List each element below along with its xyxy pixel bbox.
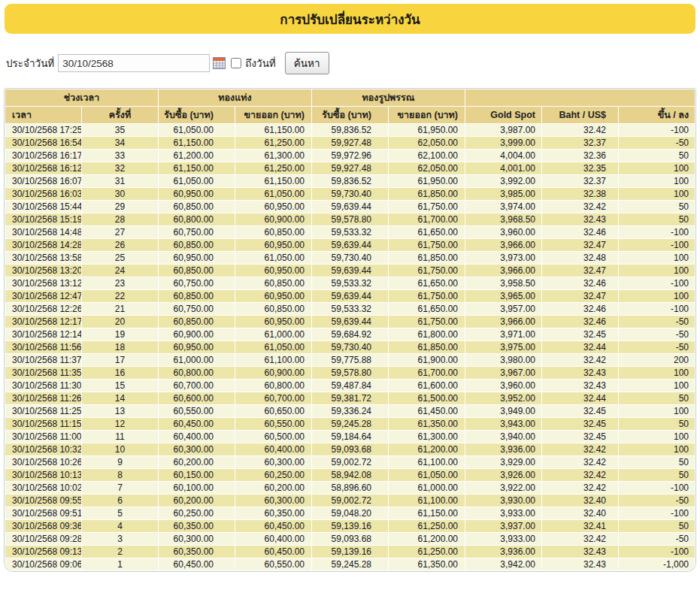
bar-buy-cell: 60,800.00 [159,367,235,380]
column-header-0: เวลา [5,107,82,124]
bar-sell-cell: 61,300.00 [235,150,312,162]
seq-cell: 33 [82,150,159,162]
ornament-buy-cell: 59,002.72 [312,456,389,469]
search-button[interactable]: ค้นหา [285,52,329,74]
ornament-buy-cell: 59,381.72 [312,392,389,405]
bar-buy-cell: 60,200.00 [159,495,235,507]
bar-buy-cell: 60,400.00 [159,431,235,443]
table-row: 30/10/2568 17:253561,050.0061,150.0059,8… [5,124,695,137]
calendar-icon[interactable] [213,57,226,69]
column-header-5: ขายออก (บาท) [389,107,465,124]
ornament-sell-cell: 61,950.00 [389,124,465,137]
time-cell: 30/10/2568 11:30 [5,380,82,392]
bar-buy-cell: 60,450.00 [159,558,235,571]
change-cell: 50 [619,213,695,226]
ornament-sell-cell: 61,800.00 [389,328,465,341]
baht-usd-cell: 32.45 [542,405,619,418]
bar-sell-cell: 60,950.00 [235,316,312,328]
bar-sell-cell: 60,900.00 [235,367,312,380]
seq-cell: 20 [82,316,159,328]
baht-usd-cell: 32.46 [542,303,619,316]
time-cell: 30/10/2568 13:20 [5,265,82,277]
seq-cell: 16 [82,367,159,380]
time-cell: 30/10/2568 09:13 [5,546,82,558]
table-row: 30/10/2568 14:482760,750.0060,850.0059,5… [5,226,695,239]
gold-spot-cell: 3,952.00 [465,392,542,405]
bar-sell-cell: 60,450.00 [235,546,312,558]
bar-sell-cell: 60,550.00 [235,558,312,571]
ornament-buy-cell: 59,927.48 [312,137,389,150]
ornament-buy-cell: 59,487.84 [312,380,389,392]
change-cell: -50 [619,328,695,341]
to-date-checkbox[interactable] [231,58,241,68]
time-cell: 30/10/2568 15:19 [5,213,82,226]
ornament-buy-cell: 59,245.28 [312,558,389,571]
table-row: 30/10/2568 13:122360,750.0060,850.0059,5… [5,277,695,290]
ornament-sell-cell: 61,750.00 [389,265,465,277]
bar-sell-cell: 61,050.00 [235,188,312,201]
bar-sell-cell: 60,950.00 [235,201,312,213]
gold-spot-cell: 3,949.00 [465,405,542,418]
ornament-buy-cell: 59,533.32 [312,226,389,239]
ornament-sell-cell: 61,500.00 [389,392,465,405]
baht-usd-cell: 32.44 [542,341,619,354]
bar-sell-cell: 60,850.00 [235,303,312,316]
baht-usd-cell: 32.42 [542,533,619,546]
ornament-buy-cell: 59,002.72 [312,495,389,507]
time-cell: 30/10/2568 09:36 [5,520,82,533]
change-cell: -50 [619,316,695,328]
baht-usd-cell: 32.46 [542,277,619,290]
baht-usd-cell: 32.42 [542,201,619,213]
ornament-sell-cell: 61,950.00 [389,175,465,188]
ornament-buy-cell: 59,336.24 [312,405,389,418]
bar-buy-cell: 60,300.00 [159,533,235,546]
ornament-sell-cell: 61,850.00 [389,252,465,265]
table-row: 30/10/2568 09:36460,350.0060,450.0059,13… [5,520,695,533]
bar-buy-cell: 60,850.00 [159,201,235,213]
seq-cell: 35 [82,124,159,137]
seq-cell: 6 [82,495,159,507]
table-row: 30/10/2568 12:472260,850.0060,950.0059,6… [5,290,695,303]
ornament-sell-cell: 61,700.00 [389,367,465,380]
baht-usd-cell: 32.46 [542,316,619,328]
gold-spot-cell: 3,985.00 [465,188,542,201]
bar-sell-cell: 60,550.00 [235,418,312,431]
baht-usd-cell: 32.42 [542,443,619,456]
bar-sell-cell: 60,900.00 [235,213,312,226]
column-header-7: Baht / US$ [542,107,619,124]
bar-buy-cell: 60,850.00 [159,316,235,328]
seq-cell: 30 [82,188,159,201]
gold-spot-cell: 3,960.00 [465,226,542,239]
seq-cell: 7 [82,482,159,495]
gold-spot-cell: 3,940.00 [465,431,542,443]
column-header-1: ครั้งที่ [82,107,159,124]
bar-buy-cell: 61,050.00 [159,175,235,188]
ornament-buy-cell: 59,639.44 [312,239,389,252]
bar-sell-cell: 60,700.00 [235,392,312,405]
table-row: 30/10/2568 12:172060,850.0060,950.0059,6… [5,316,695,328]
seq-cell: 9 [82,456,159,469]
gold-spot-cell: 3,958.50 [465,277,542,290]
ornament-buy-cell: 59,639.44 [312,265,389,277]
gold-spot-cell: 4,001.00 [465,162,542,175]
filter-bar: ประจำวันที่ ถึงวันที่ ค้นหา [6,53,700,73]
gold-spot-cell: 3,975.00 [465,341,542,354]
change-cell: 50 [619,150,695,162]
time-cell: 30/10/2568 09:28 [5,533,82,546]
table-row: 30/10/2568 13:582560,950.0061,050.0059,7… [5,252,695,265]
bar-buy-cell: 60,150.00 [159,469,235,482]
ornament-sell-cell: 61,650.00 [389,226,465,239]
time-cell: 30/10/2568 12:17 [5,316,82,328]
gold-spot-cell: 3,922.00 [465,482,542,495]
table-row: 30/10/2568 09:28360,300.0060,400.0059,09… [5,533,695,546]
seq-cell: 11 [82,431,159,443]
baht-usd-cell: 32.35 [542,162,619,175]
ornament-sell-cell: 61,100.00 [389,456,465,469]
table-row: 30/10/2568 16:073161,050.0061,150.0059,8… [5,175,695,188]
time-cell: 30/10/2568 13:12 [5,277,82,290]
ornament-buy-cell: 59,533.32 [312,277,389,290]
date-input[interactable] [58,54,210,72]
baht-usd-cell: 32.41 [542,520,619,533]
baht-usd-cell: 32.43 [542,380,619,392]
column-header-2: รับซื้อ (บาท) [159,107,235,124]
